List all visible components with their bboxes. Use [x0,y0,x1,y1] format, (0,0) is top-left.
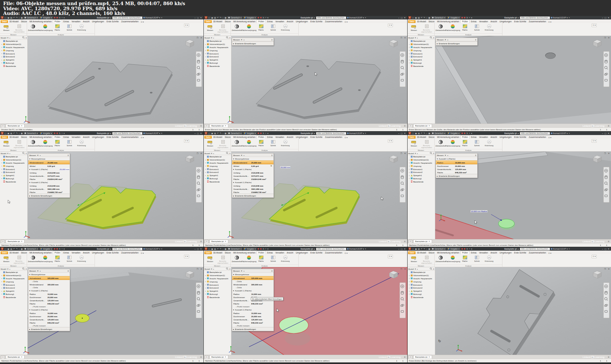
panel-measure-row[interactable]: Fläche219988,728 mm² [28,190,70,194]
cart-icon[interactable]: » [365,248,366,250]
hamburger-menu-icon[interactable]: ≡ [475,154,476,156]
material-dropdown[interactable]: Generisch▾ [24,16,39,19]
add-icon[interactable]: + [243,154,245,156]
tree-item[interactable]: +Volumenkörper(1) [0,43,27,46]
tree-item[interactable]: +Ursprung [408,164,435,168]
tool-zebra-stripes[interactable]: Zebrastreifen [435,254,447,263]
tool-draft-analysis[interactable]: Flächenverjüngung [39,254,51,263]
new-file-icon[interactable]: ▢ [208,248,210,250]
tab-3d-modell[interactable]: 3D-Modell [8,136,20,139]
search-icon[interactable] [22,268,25,270]
viewcube[interactable] [184,154,195,165]
viewport-restore-icon[interactable]: ❐ [197,268,198,270]
panel-section-header[interactable]: ▾Messergebnisse [232,157,274,161]
minimize-button[interactable]: ‒ [398,248,400,250]
tool-curvature-analysis[interactable]: Krümmung [75,139,88,147]
new-file-icon[interactable]: ▢ [4,132,6,135]
hamburger-menu-icon[interactable]: ≡ [67,270,69,272]
tab-skizze[interactable]: Skizze [224,136,232,139]
redo-icon[interactable]: ↷ [423,248,425,250]
tab-datei[interactable]: Datei [204,20,212,23]
material-dropdown[interactable]: Generisch▾ [431,247,446,251]
viewport-restore-icon[interactable]: ❐ [604,37,606,39]
panel-measure-row[interactable]: Mindestabstand25,000 mm [28,161,70,164]
add-icon[interactable]: + [417,268,418,270]
inventor-logo-icon[interactable]: I [1,132,4,135]
tree-item[interactable]: +Spiegeln1 [0,289,27,293]
panel-measure-row[interactable]: Durchmesser20,000 mm [232,315,274,318]
help-search-input[interactable]: Hilfe und Befehle durchsuchen.. [520,248,550,250]
panel-measure-row[interactable]: Gesamtkonturlä...3173,671 mm [28,174,70,177]
advanced-settings-toggle[interactable]: ▸Erweiterte Einstellungen [232,41,274,45]
home-icon[interactable]: ⌂ [205,124,209,128]
tab-ansicht[interactable]: Ansicht [285,251,295,254]
viewport-3d[interactable]: Modell✕+≡Basisplatte.ipt+Volumenkörper(1… [204,152,407,239]
open-file-icon[interactable]: ▣ [7,17,9,19]
add-icon[interactable]: + [213,37,214,39]
help-search-input[interactable]: Hilfe und Befehle durchsuchen.. [316,248,346,250]
tab-extras[interactable]: Extras [470,251,478,254]
color-override-icon[interactable] [461,248,463,250]
add-icon[interactable]: + [265,248,266,250]
panel-measure-row[interactable]: Gesamtkonturlä...3173,671 mm [232,174,274,177]
clean-screen-toggle-icon[interactable]: ⊙ ▾ [184,24,189,27]
tree-item[interactable]: +Extrusion2 [204,171,231,174]
tree-item[interactable]: Basisplatte.ipt [408,155,435,158]
panel-measure-row[interactable]: Radius10,000 mm [232,292,274,296]
add-icon[interactable]: + [469,248,470,250]
home-icon[interactable]: ⌂ [222,17,224,19]
tree-item[interactable]: +Extrusion1 [204,168,231,171]
tree-item[interactable]: +Extrusion1 [408,52,435,55]
tab-pr-fen[interactable]: Prüfen [53,20,62,23]
tab-erste-schritte[interactable]: Erste Schritte [105,251,120,254]
home-icon[interactable]: ⌂ [222,132,224,134]
open-file-icon[interactable]: ▣ [415,248,417,250]
parameters-fx-icon[interactable]: fx [466,17,468,19]
hamburger-menu-icon[interactable]: ≡ [25,37,27,39]
tool-curvature-analysis[interactable]: Krümmung [279,23,291,31]
tab-ansicht[interactable]: Ansicht [285,20,295,23]
viewcube[interactable] [591,39,603,49]
tree-item[interactable]: +Bohrung1 [408,177,435,180]
tab-zusammenarbeiten[interactable]: Zusammenarbeiten [528,20,547,23]
panel-section-header[interactable]: ▾Messergebnisse [28,157,70,161]
tree-item[interactable]: +Extrusion1 [0,168,27,171]
redo-icon[interactable]: ↷ [220,248,221,250]
tree-item[interactable]: +Extrusion2 [408,286,435,289]
home-icon[interactable]: ⌂ [18,132,20,134]
viewport-3d[interactable]: Modell✕+≡Basisplatte.ipt+Volumenkörper(1… [408,152,611,239]
screenshot-tool-icon[interactable]: ⊙ ▾ [548,252,551,254]
tool-draft-analysis[interactable]: Flächenverjüngung [447,23,459,32]
screenshot-tool-icon[interactable]: ⊙ ▾ [141,21,144,23]
tool-draft-analysis[interactable]: Flächenverjüngung [243,23,255,32]
inventor-logo-icon[interactable]: I [409,247,411,250]
tab-3d-modell[interactable]: 3D-Modell [8,20,20,23]
close-icon[interactable]: ✕ [211,37,212,39]
tree-item[interactable]: Bauteilende [408,64,435,68]
tree-item[interactable]: +Ansicht: Hauptansicht [204,46,231,49]
panel-sub-row[interactable]: ›Punkt messen [28,324,70,327]
tree-item[interactable]: +Bohrung1 [0,177,27,180]
hamburger-menu-icon[interactable]: ≡ [25,268,27,270]
viewcube[interactable] [591,154,603,165]
close-icon[interactable]: ✕ [37,154,39,156]
tree-item[interactable]: +Spiegeln1 [408,58,435,61]
restore-button[interactable]: ▢ [401,248,402,250]
close-icon[interactable]: ✕ [429,240,430,242]
add-icon[interactable]: + [417,152,418,154]
hamburger-menu-icon[interactable]: ≡ [608,125,610,127]
panel-measure-row[interactable]: Umfang2133,848 mm [28,171,70,174]
tree-item[interactable]: Bauteilende [204,296,231,299]
add-icon[interactable]: + [213,152,214,154]
close-icon[interactable]: ✕ [7,152,9,154]
home-icon[interactable]: ⌂ [1,240,5,243]
tab-umgebungen[interactable]: Umgebungen [91,251,105,254]
tab-datei[interactable]: Datei [408,20,416,23]
hamburger-menu-icon[interactable]: ≡ [271,39,273,41]
tree-item[interactable]: +Ursprung [204,49,231,52]
tree-item[interactable]: +Extrusion2 [204,55,231,58]
tab-skizze[interactable]: Skizze [224,251,232,254]
viewport-restore-icon[interactable]: ❐ [401,268,402,270]
parameters-fx-icon[interactable]: fx [59,248,60,250]
appearance-dropdown[interactable]: Vorgabe▾ [243,16,257,19]
